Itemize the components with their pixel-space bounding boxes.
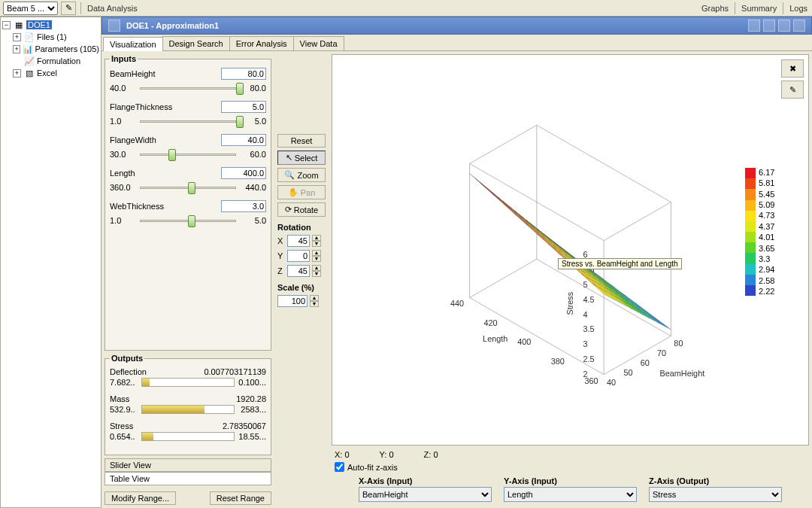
svg-text:80: 80 — [674, 339, 683, 348]
reset-button[interactable]: Reset — [277, 134, 326, 148]
output-gauge — [141, 405, 235, 414]
tb-logs[interactable]: Logs — [788, 4, 809, 13]
output-gauge — [141, 432, 235, 441]
tree-root[interactable]: − ▦ DOE1 — [2, 19, 99, 31]
rot-z-input[interactable] — [287, 265, 310, 277]
svg-text:60: 60 — [641, 358, 650, 367]
rotate-icon: ⟳ — [285, 205, 292, 214]
modify-range-button[interactable]: Modify Range... — [105, 491, 176, 505]
expand-icon[interactable]: + — [13, 69, 21, 78]
svg-text:4.5: 4.5 — [583, 295, 594, 304]
coord-status: X: 0Y: 0Z: 0 — [329, 449, 812, 461]
tool-icon-4[interactable] — [793, 20, 805, 32]
tool-icon-1[interactable] — [748, 20, 760, 32]
tool-icon-3[interactable] — [778, 20, 790, 32]
rot-x-input[interactable] — [287, 235, 310, 247]
surface-tooltip: Stress vs. BeamHeight and Length — [558, 258, 682, 269]
tb-data-analysis[interactable]: Data Analysis — [86, 4, 139, 13]
rotate-button[interactable]: ⟳Rotate — [277, 202, 326, 217]
tab-error-analysis[interactable]: Error Analysis — [229, 36, 294, 50]
svg-line-5 — [537, 125, 671, 202]
select-button[interactable]: ↖Select — [277, 151, 326, 165]
expand-icon[interactable]: + — [13, 33, 21, 41]
scale-spinner[interactable]: ▲▼ — [310, 295, 319, 307]
svg-text:420: 420 — [484, 318, 498, 327]
input-value[interactable] — [221, 101, 266, 113]
svg-marker-175 — [643, 312, 659, 324]
tree-params[interactable]: + 📊 Parameters (105) — [2, 43, 99, 55]
tree-formulation[interactable]: 📈 Formulation — [2, 55, 99, 67]
surface-plot[interactable]: ✖ ✎ Stress vs. BeamHeight and Length 22.… — [332, 54, 809, 446]
files-icon: 📄 — [23, 32, 35, 42]
tb-summary[interactable]: Summary — [740, 4, 778, 13]
z-axis-select[interactable]: Stress — [649, 487, 782, 502]
tool-icon-2[interactable] — [763, 20, 775, 32]
input-value[interactable] — [221, 68, 266, 80]
expand-icon[interactable]: + — [13, 45, 20, 53]
output-name: Deflection — [110, 367, 147, 376]
reset-range-button[interactable]: Reset Range — [210, 491, 271, 505]
outputs-group: Outputs Deflection0.007703171139 7.682..… — [105, 354, 271, 455]
svg-marker-93 — [548, 242, 565, 255]
svg-text:2.5: 2.5 — [583, 354, 594, 364]
tab-view-data[interactable]: View Data — [293, 36, 344, 50]
cursor-icon: ↖ — [286, 153, 292, 163]
formulation-icon: 📈 — [23, 56, 35, 66]
io-column: Inputs BeamHeight 40.080.0FlangeThicknes… — [102, 51, 274, 508]
autofit-checkbox[interactable] — [335, 462, 344, 472]
app-toolbar: Beam 5 ... ✎ Data Analysis Graphs Summar… — [0, 0, 812, 17]
model-tree-panel: − ▦ DOE1 + 📄 Files (1) + 📊 Parameters (1… — [0, 17, 102, 508]
inputs-group: Inputs BeamHeight 40.080.0FlangeThicknes… — [105, 54, 271, 351]
tab-table-view[interactable]: Table View — [105, 472, 271, 485]
input-name: Length — [110, 169, 135, 178]
output-name: Mass — [110, 394, 129, 403]
svg-text:BeamHeight: BeamHeight — [659, 369, 704, 378]
svg-text:380: 380 — [551, 357, 565, 366]
input-name: FlangeThickness — [110, 102, 172, 111]
scale-input[interactable] — [277, 295, 308, 307]
input-slider[interactable] — [140, 148, 236, 161]
input-value[interactable] — [221, 134, 266, 146]
model-dropdown[interactable]: Beam 5 ... — [3, 2, 58, 15]
rot-x-spinner[interactable]: ▲▼ — [312, 235, 321, 247]
main-tabs: Visualization Design Search Error Analys… — [102, 35, 812, 51]
rot-z-spinner[interactable]: ▲▼ — [312, 265, 321, 277]
window-title: DOE1 - Approximation1 — [126, 21, 219, 30]
close-plot-icon[interactable]: ✖ — [781, 59, 804, 78]
svg-text:3: 3 — [583, 339, 587, 348]
svg-text:440: 440 — [450, 299, 464, 308]
input-value[interactable] — [221, 200, 266, 212]
svg-line-6 — [470, 125, 537, 163]
tab-design-search[interactable]: Design Search — [162, 36, 230, 50]
output-name: Stress — [110, 421, 133, 430]
input-slider[interactable] — [140, 81, 236, 95]
svg-text:50: 50 — [623, 368, 632, 377]
y-axis-select[interactable]: Length — [504, 487, 637, 502]
output-gauge — [141, 378, 235, 387]
input-slider[interactable] — [140, 181, 236, 194]
rot-y-input[interactable] — [287, 250, 310, 262]
tree-excel[interactable]: + ▧ Excel — [2, 67, 99, 79]
rot-y-spinner[interactable]: ▲▼ — [312, 250, 321, 262]
edit-plot-icon[interactable]: ✎ — [781, 81, 804, 99]
inputs-legend: Inputs — [110, 54, 138, 63]
rotation-label: Rotation — [277, 223, 326, 232]
input-value[interactable] — [221, 167, 266, 179]
outputs-legend: Outputs — [110, 354, 144, 363]
tb-graphs[interactable]: Graphs — [700, 4, 730, 13]
svg-text:400: 400 — [517, 337, 531, 346]
input-slider[interactable] — [140, 214, 236, 227]
toolbar-icon[interactable]: ✎ — [61, 2, 76, 15]
svg-text:4: 4 — [583, 310, 587, 319]
input-slider[interactable] — [140, 114, 236, 128]
y-axis-label: Y-Axis (Input) — [504, 476, 557, 485]
tree-files[interactable]: + 📄 Files (1) — [2, 31, 99, 43]
collapse-icon[interactable]: − — [2, 21, 11, 29]
tab-visualization[interactable]: Visualization — [103, 37, 163, 51]
zoom-icon: 🔍 — [284, 170, 295, 180]
surface-svg: 22.533.544.555.56Stress4050607080BeamHei… — [332, 55, 808, 445]
x-axis-select[interactable]: BeamHeight — [359, 487, 492, 502]
tab-slider-view[interactable]: Slider View — [105, 458, 271, 472]
z-axis-label: Z-Axis (Output) — [649, 476, 709, 485]
zoom-button[interactable]: 🔍Zoom — [277, 168, 326, 182]
